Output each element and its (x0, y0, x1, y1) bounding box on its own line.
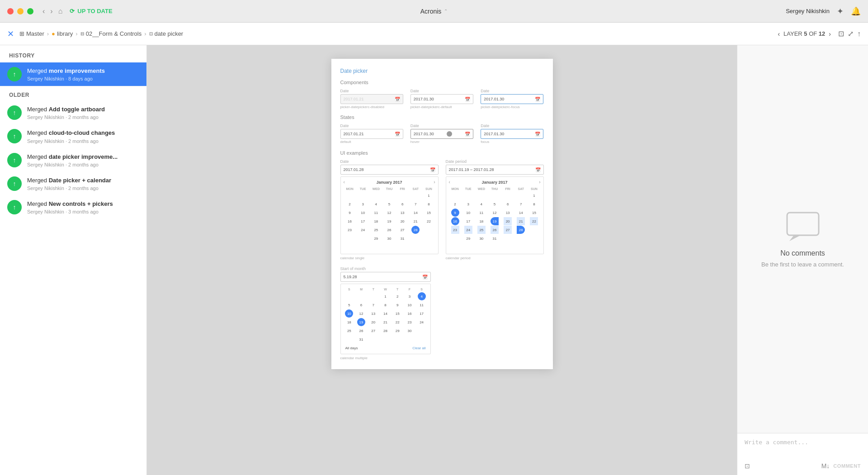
forward-button[interactable]: › (48, 5, 54, 17)
cal-prev-period[interactable]: ‹ (449, 180, 450, 185)
export-icon[interactable]: ↑ (857, 29, 861, 38)
notifications-icon[interactable]: 🔔 (851, 6, 861, 16)
cal-m-day-10[interactable]: 10 (406, 301, 414, 309)
cal-day-22[interactable]: 22 (425, 217, 433, 225)
cal-m-day-n[interactable] (345, 335, 353, 343)
cal-m-day-9[interactable]: 9 (393, 301, 401, 309)
cal-day[interactable] (411, 191, 420, 200)
cal-day-14[interactable]: 14 (411, 209, 420, 217)
cal-day[interactable] (359, 191, 367, 200)
cal-day-20[interactable]: 20 (398, 217, 406, 225)
cal-day-18[interactable]: 18 (372, 217, 380, 225)
cal-day-p-18[interactable]: 18 (477, 217, 486, 225)
cal-m-day-16[interactable]: 16 (406, 309, 414, 318)
cal-m-day-3[interactable]: 3 (406, 292, 414, 300)
history-item-2[interactable]: ↑ Merged cloud-to-cloud changes Sergey N… (0, 124, 146, 148)
cal-day-p-29[interactable]: 29 (464, 234, 472, 242)
cal-m-day[interactable] (357, 292, 365, 300)
cal-day-next-1[interactable] (425, 226, 433, 234)
breadcrumb-master[interactable]: ⊞ Master (19, 30, 44, 37)
state-input-default[interactable]: 2017.01.21 📅 (340, 129, 403, 139)
cal-day-5[interactable]: 5 (385, 200, 393, 208)
cal-day-1[interactable]: 1 (425, 191, 433, 200)
cal-m-day-27[interactable]: 27 (369, 327, 377, 335)
cal-day-23[interactable]: 23 (346, 226, 354, 234)
cal-day-2[interactable]: 2 (346, 200, 354, 208)
cal-m-day-15[interactable]: 15 (393, 309, 401, 318)
cal-next-single[interactable]: › (434, 180, 435, 185)
cal-day-p-31[interactable]: 31 (491, 234, 499, 242)
frame-icon[interactable]: ⊡ (838, 29, 844, 38)
cal-m-day-28[interactable]: 28 (381, 327, 389, 335)
cal-m-day-18[interactable]: 18 (345, 318, 353, 326)
cal-day-p-25[interactable]: 25 (477, 226, 486, 234)
cal-day-p-23[interactable]: 23 (451, 226, 459, 234)
cal-day-p-21[interactable]: 21 (517, 217, 525, 225)
cal-day-p-30[interactable]: 30 (477, 234, 486, 242)
cal-m-day-11[interactable]: 11 (418, 301, 426, 309)
cal-day-27[interactable]: 27 (398, 226, 406, 234)
cal-day-p-14[interactable]: 14 (517, 209, 525, 217)
cal-day[interactable] (398, 191, 406, 200)
cal-day-p-24[interactable]: 24 (464, 226, 472, 234)
cal-m-day-29[interactable]: 29 (393, 327, 401, 335)
cal-m-day-n[interactable] (406, 335, 414, 343)
cal-day-16[interactable]: 16 (346, 217, 354, 225)
cal-m-day-n[interactable] (369, 335, 377, 343)
cal-day-p-n[interactable] (451, 234, 459, 242)
cal-m-day-26[interactable]: 26 (357, 327, 365, 335)
period-date-input[interactable]: 2017.01.19 – 2017.01.28 📅 (446, 165, 544, 175)
cal-m-day[interactable] (345, 292, 353, 300)
cal-day-12[interactable]: 12 (385, 209, 393, 217)
state-input-focus[interactable]: 2017.01.30 📅 (481, 129, 543, 139)
cal-day[interactable] (346, 191, 354, 200)
cal-day-p-n5[interactable] (451, 243, 459, 251)
cal-day-17[interactable]: 17 (359, 217, 367, 225)
history-item-3[interactable]: ↑ Merged date picker improveme... Sergey… (0, 148, 146, 172)
cal-m-day-5[interactable]: 5 (345, 301, 353, 309)
cal-day-np4[interactable] (411, 234, 420, 242)
comment-input[interactable] (745, 439, 861, 457)
cal-m-day-n[interactable] (418, 327, 426, 335)
layer-prev-button[interactable]: ‹ (778, 30, 780, 38)
breadcrumb-date-picker[interactable]: ⊡ date picker (149, 30, 184, 37)
cal-day-7[interactable]: 7 (411, 200, 420, 208)
cal-m-day-14[interactable]: 14 (381, 309, 389, 318)
cal-day-9[interactable]: 9 (346, 209, 354, 217)
cal-m-day-22[interactable]: 22 (393, 318, 401, 326)
cal-day-p-7[interactable]: 7 (517, 200, 525, 208)
state-input-hover[interactable]: 2017.01.30 📅 (410, 129, 473, 139)
history-item-4[interactable]: ↑ Merged Date picker + calendar Sergey N… (0, 172, 146, 195)
date-input-focus[interactable]: 2017.01.30 📅 (481, 94, 543, 104)
history-item-active[interactable]: ↑ Merged more improvements Sergey Nikish… (0, 62, 146, 86)
layer-next-button[interactable]: › (829, 30, 831, 38)
cal-m-day-10s[interactable]: 10 (345, 309, 353, 318)
cal-day-p-22[interactable]: 22 (530, 217, 538, 225)
cal-m-day-25[interactable]: 25 (345, 327, 353, 335)
cal-day-p-n4[interactable] (530, 234, 538, 242)
cal-day-19[interactable]: 19 (385, 217, 393, 225)
cal-day-p-13[interactable]: 13 (504, 209, 512, 217)
minimize-button[interactable] (17, 8, 24, 14)
cal-day-6[interactable]: 6 (398, 200, 406, 208)
comment-markdown-icon[interactable]: M↓ (821, 462, 830, 470)
cal-day-8[interactable]: 8 (425, 200, 433, 208)
cal-day-p-6[interactable]: 6 (504, 200, 512, 208)
back-button[interactable]: ‹ (41, 5, 47, 17)
cal-m-day-13[interactable]: 13 (369, 309, 377, 318)
cal-day-p-26[interactable]: 26 (491, 226, 499, 234)
cal-day-28-selected[interactable]: 28 (411, 226, 420, 234)
cal-m-day[interactable] (369, 292, 377, 300)
cal-day-p-4[interactable]: 4 (477, 200, 486, 208)
cal-day-p-n2[interactable] (504, 234, 512, 242)
cal-m-day-17[interactable]: 17 (418, 309, 426, 318)
cal-day-p-5[interactable]: 5 (491, 200, 499, 208)
single-date-input[interactable]: 2017.01.28 📅 (340, 165, 439, 175)
cal-day-np6[interactable] (346, 243, 354, 251)
breadcrumb-form-controls[interactable]: ⊟ 02__Form & Controls (80, 30, 142, 37)
cal-day-p-n3[interactable] (517, 234, 525, 242)
cal-m-day-1[interactable]: 1 (381, 292, 389, 300)
breadcrumb-library[interactable]: ● library (52, 30, 73, 37)
cal-day-p[interactable] (504, 191, 512, 200)
cal-m-day-30[interactable]: 30 (406, 327, 414, 335)
